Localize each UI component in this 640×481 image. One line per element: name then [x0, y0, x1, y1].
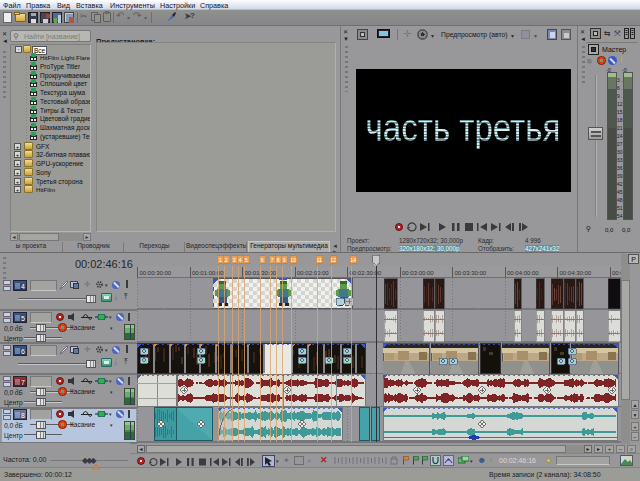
- svg-text:00:00:30:00: 00:00:30:00: [140, 270, 172, 276]
- svg-text:14: 14: [350, 257, 356, 263]
- svg-text:12: 12: [330, 257, 336, 263]
- svg-text:9: 9: [283, 257, 286, 263]
- svg-text:10: 10: [290, 257, 296, 263]
- svg-text:00:05:00:: 00:05:00:: [612, 270, 621, 276]
- svg-text:00:03:00:00: 00:03:00:00: [402, 270, 434, 276]
- svg-text:3: 3: [233, 257, 236, 263]
- svg-text:00:04:00:00: 00:04:00:00: [507, 270, 539, 276]
- svg-text:7: 7: [271, 257, 274, 263]
- svg-text:00:04:30:00: 00:04:30:00: [560, 270, 592, 276]
- svg-text:00:01:30:00: 00:01:30:00: [245, 270, 277, 276]
- svg-text:1: 1: [219, 257, 222, 263]
- svg-text:00:01:00:00: 00:01:00:00: [192, 270, 224, 276]
- svg-text:00:03:30:00: 00:03:30:00: [455, 270, 487, 276]
- svg-text:00:02:00:00: 00:02:00:00: [297, 270, 329, 276]
- svg-text:8: 8: [277, 257, 280, 263]
- svg-text:2: 2: [225, 257, 228, 263]
- svg-text:4: 4: [239, 257, 242, 263]
- svg-text:00:02:30:00: 00:02:30:00: [350, 270, 382, 276]
- svg-text:5: 5: [245, 257, 248, 263]
- svg-text:11: 11: [317, 257, 322, 263]
- svg-text:6: 6: [261, 257, 264, 263]
